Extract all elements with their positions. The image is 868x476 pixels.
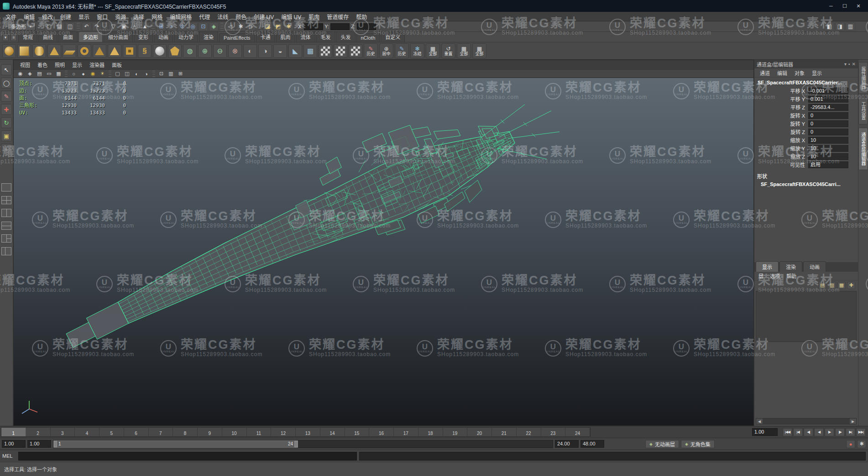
channel-field-scale-z[interactable]: 10 — [808, 153, 848, 160]
menu-display[interactable]: 显示 — [75, 12, 93, 21]
channel-field-translate-z[interactable]: -29583.4... — [808, 104, 848, 111]
shelf-tab-surfaces[interactable]: 曲面 — [58, 31, 78, 42]
shelf-select-all-2-button[interactable]: ▦全部 — [457, 43, 471, 58]
timeline-frame-2[interactable]: 2 — [26, 428, 51, 436]
character-set-dropdown[interactable]: ◈ 无角色集 — [681, 440, 715, 448]
output-connections-icon[interactable]: ▷ — [246, 22, 256, 31]
shelf-freeze-transform-button[interactable]: ✻冻结 — [410, 43, 424, 58]
snap-curve-icon[interactable]: ≈ — [167, 22, 177, 31]
snap-grid-icon[interactable]: ⊞ — [157, 22, 166, 31]
highlight-selection-icon[interactable]: ▲ — [140, 22, 150, 31]
shelf-boolean-union-button[interactable]: ◐ — [243, 44, 257, 58]
new-override-layer-icon[interactable]: ▦ — [837, 282, 846, 289]
channel-field-rotate-x[interactable]: 0 — [808, 112, 848, 119]
viewport-menu-renderer[interactable]: 渲染器 — [86, 60, 108, 69]
range-slider-track[interactable]: 1 24 — [53, 440, 553, 448]
layer-editor-menu-layers[interactable]: 层 — [758, 272, 763, 279]
shelf-tab-dynamics[interactable]: 动力学 — [174, 31, 198, 42]
layer-editor-tab-display[interactable]: 显示 — [756, 261, 779, 272]
rotate-tool[interactable]: ↻ — [1, 117, 12, 128]
time-slider[interactable]: 123456789101112131415161718192021222324 — [1, 427, 591, 437]
menu-modify[interactable]: 修改 — [38, 12, 57, 21]
minimize-button[interactable]: ─ — [824, 1, 838, 11]
shelf-history-pencil-button[interactable]: ✎历史 — [364, 43, 378, 58]
channel-box-hscrollbar[interactable]: ◀ ▶ — [756, 418, 857, 424]
input-connections-icon[interactable]: ◁ — [225, 22, 235, 31]
timeline-frame-19[interactable]: 19 — [443, 428, 468, 436]
viewport-menu-show[interactable]: 显示 — [68, 60, 86, 69]
channel-field-translate-y[interactable]: 0.001 — [808, 96, 848, 103]
timeline-frame-6[interactable]: 6 — [124, 428, 149, 436]
step-back-frame-button[interactable]: |◀ — [793, 428, 803, 436]
shelf-poly-platonic-button[interactable] — [168, 44, 182, 58]
shelf-boolean-difference-button[interactable]: ◑ — [258, 44, 272, 58]
playback-range-block[interactable]: 1 24 — [53, 440, 298, 448]
paint-select-tool[interactable]: ✎ — [1, 91, 12, 102]
lights-mode-icon[interactable]: ☀ — [98, 70, 107, 78]
timeline-frame-20[interactable]: 20 — [467, 428, 492, 436]
gate-mask-icon[interactable]: ▥ — [167, 70, 175, 78]
shelf-boolean-intersection-button[interactable]: ◒ — [273, 44, 287, 58]
shelf-poly-torus-button[interactable] — [78, 44, 91, 58]
timeline-frame-24[interactable]: 24 — [565, 428, 590, 436]
animation-start-field[interactable]: 1.00 — [2, 440, 26, 448]
menu-edit-uv[interactable]: 编辑 UV — [277, 12, 305, 21]
shelf-tab-ncloth[interactable]: nCloth — [356, 33, 380, 42]
shelf-poly-cone-button[interactable] — [47, 44, 61, 58]
timeline-frame-23[interactable]: 23 — [541, 428, 566, 436]
toggle-channel-box-icon[interactable]: ▥ — [846, 22, 855, 31]
shelf-selector-button[interactable]: ▾ — [2, 34, 9, 41]
timeline-frame-10[interactable]: 10 — [222, 428, 247, 436]
shelf-select-all-1-button[interactable]: ▦全部 — [426, 43, 440, 58]
select-hierarchy-icon[interactable]: ▽ — [109, 22, 118, 31]
timeline-frame-13[interactable]: 13 — [296, 428, 320, 436]
channel-field-translate-x[interactable]: -0.001 — [808, 88, 848, 94]
timeline-frame-7[interactable]: 7 — [149, 428, 173, 436]
play-forward-button[interactable]: ▶ — [825, 428, 834, 436]
channel-field-rotate-y[interactable]: 0 — [808, 120, 848, 127]
step-forward-key-button[interactable]: |▶ — [835, 428, 845, 436]
command-line-language-label[interactable]: MEL — [2, 453, 16, 459]
step-forward-frame-button[interactable]: ▶| — [846, 428, 855, 436]
channel-box-menu-edit[interactable]: 编辑 — [777, 69, 787, 77]
shelf-tab-hair[interactable]: 头发 — [336, 31, 356, 42]
shelf-tab-toon[interactable]: 卡通 — [256, 31, 275, 42]
channel-field-scale-x[interactable]: 10 — [808, 137, 848, 144]
animation-layer-dropdown[interactable]: ◈ 无动画层 — [645, 440, 679, 448]
viewport-canvas[interactable]: 顶点:737173710边:13223132230面:614461440三角形:… — [14, 78, 753, 425]
resolution-gate-icon[interactable]: ⊡ — [157, 70, 166, 78]
shelf-poly-plane-button[interactable] — [63, 44, 76, 58]
channel-box-menu-object[interactable]: 对象 — [795, 69, 805, 77]
timeline-frame-5[interactable]: 5 — [99, 428, 124, 436]
viewport-menu-view[interactable]: 视图 — [16, 60, 34, 69]
shelf-poly-sphere-button[interactable] — [2, 44, 16, 58]
make-live-icon[interactable]: ◈ — [209, 22, 219, 31]
select-camera-icon[interactable]: ◉ — [16, 70, 25, 78]
shaded-mode-icon[interactable]: ● — [79, 70, 88, 78]
scroll-left-icon[interactable]: ◀ — [756, 419, 763, 424]
shelf-poly-pyramid-button[interactable] — [108, 44, 121, 58]
shelf-tab-polygons[interactable]: 多边形 — [78, 31, 103, 42]
layer-extra-icon[interactable]: ✚ — [847, 282, 855, 289]
menu-assets[interactable]: 资源 — [111, 12, 130, 21]
dock-tab-tool-settings[interactable]: 工具设置 — [858, 97, 868, 124]
timeline-frame-1[interactable]: 1 — [1, 428, 26, 436]
layer-editor-tab-anim[interactable]: 动画 — [803, 261, 826, 272]
channel-box-menu-show[interactable]: 显示 — [812, 69, 822, 77]
move-tool[interactable]: ✚ — [1, 104, 12, 115]
animation-end-field[interactable]: 48.00 — [580, 440, 604, 448]
new-empty-layer-icon[interactable]: ▤ — [818, 282, 826, 289]
menu-pipeline-cache[interactable]: 管道缓存 — [323, 12, 352, 21]
layer-editor-tab-render[interactable]: 渲染 — [779, 261, 802, 272]
current-time-field[interactable]: 1.00 — [752, 428, 778, 436]
viewport-menu-panels[interactable]: 面板 — [108, 60, 125, 69]
timeline-frame-14[interactable]: 14 — [320, 428, 345, 436]
viewport-menu-lighting[interactable]: 照明 — [51, 60, 68, 69]
timeline-frame-16[interactable]: 16 — [369, 428, 394, 436]
ipr-render-icon[interactable]: ◩ — [273, 22, 283, 31]
y-coordinate-field[interactable] — [330, 23, 350, 30]
shelf-poly-cube-button[interactable] — [17, 44, 31, 58]
timeline-frame-12[interactable]: 12 — [271, 428, 296, 436]
redo-icon[interactable]: ↷ — [92, 22, 102, 31]
timeline-frame-3[interactable]: 3 — [51, 428, 75, 436]
